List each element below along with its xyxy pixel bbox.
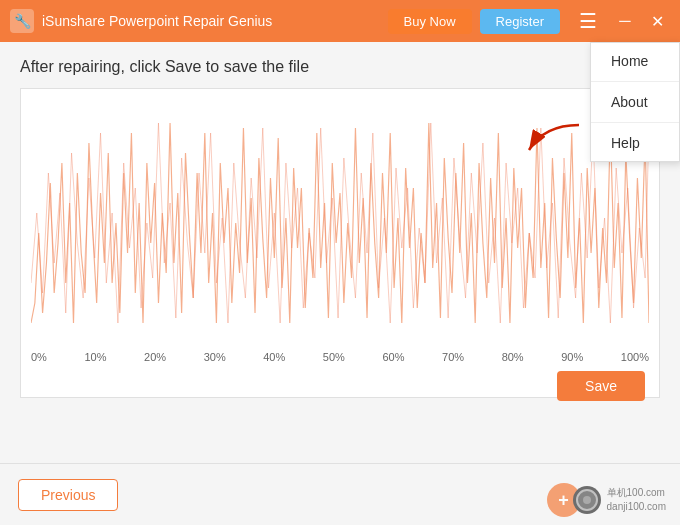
x-label-20: 20% [144, 351, 166, 363]
svg-text:🔧: 🔧 [14, 13, 32, 30]
watermark: + 单机100.com danji100.com [547, 483, 666, 517]
menu-item-home[interactable]: Home [591, 43, 679, 79]
x-label-10: 10% [84, 351, 106, 363]
watermark-text: 单机100.com danji100.com [607, 486, 666, 514]
main-content: After repairing, click Save to save the … [0, 42, 680, 414]
previous-button[interactable]: Previous [18, 479, 118, 511]
menu-divider [591, 81, 679, 82]
save-button-container: Save [31, 363, 649, 401]
x-label-60: 60% [382, 351, 404, 363]
close-button[interactable]: ✕ [644, 8, 670, 34]
x-label-0: 0% [31, 351, 47, 363]
app-logo: 🔧 [10, 9, 34, 33]
x-label-70: 70% [442, 351, 464, 363]
hamburger-menu-button[interactable]: ☰ [574, 7, 602, 35]
bottom-bar: Previous + 单机100.com danji100.com [0, 463, 680, 525]
x-label-100: 100% [621, 351, 649, 363]
menu-divider-2 [591, 122, 679, 123]
x-label-40: 40% [263, 351, 285, 363]
x-axis-labels: 0% 10% 20% 30% 40% 50% 60% 70% 80% 90% 1… [31, 347, 649, 363]
buy-now-button[interactable]: Buy Now [388, 9, 472, 34]
x-label-80: 80% [502, 351, 524, 363]
save-button[interactable]: Save [557, 371, 645, 401]
app-title: iSunshare Powerpoint Repair Genius [42, 13, 388, 29]
register-button[interactable]: Register [480, 9, 560, 34]
x-label-30: 30% [204, 351, 226, 363]
waveform-chart [31, 103, 649, 343]
menu-item-help[interactable]: Help [591, 125, 679, 161]
titlebar: 🔧 iSunshare Powerpoint Repair Genius Buy… [0, 0, 680, 42]
watermark-plus: + [558, 490, 569, 511]
window-controls: ─ ✕ [612, 8, 670, 34]
chart-container: 0% 10% 20% 30% 40% 50% 60% 70% 80% 90% 1… [20, 88, 660, 398]
menu-item-about[interactable]: About [591, 84, 679, 120]
x-label-90: 90% [561, 351, 583, 363]
dropdown-menu: Home About Help [590, 42, 680, 162]
instruction-text: After repairing, click Save to save the … [20, 58, 660, 76]
minimize-button[interactable]: ─ [612, 8, 638, 34]
x-label-50: 50% [323, 351, 345, 363]
